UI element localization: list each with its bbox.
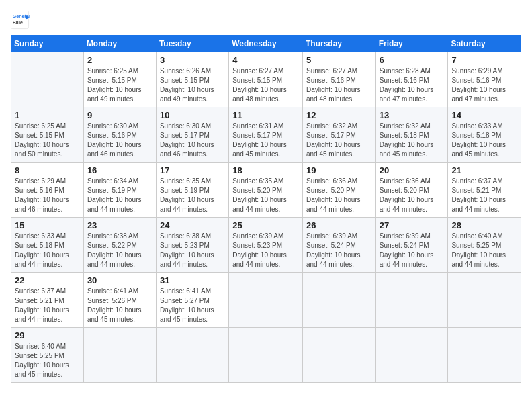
table-row: 1 Sunrise: 6:25 AMSunset: 5:15 PMDayligh… xyxy=(11,107,84,163)
table-row: 23 Sunrise: 6:38 AMSunset: 5:22 PMDaylig… xyxy=(83,218,156,273)
col-tuesday: Tuesday xyxy=(156,36,228,52)
page-container: General Blue Sunday Monday Tuesday Wedne… xyxy=(11,11,521,383)
day-info: Sunrise: 6:37 AMSunset: 5:21 PMDaylight:… xyxy=(15,287,69,323)
day-info: Sunrise: 6:32 AMSunset: 5:18 PMDaylight:… xyxy=(380,122,434,158)
day-info: Sunrise: 6:41 AMSunset: 5:27 PMDaylight:… xyxy=(160,287,214,323)
day-number: 17 xyxy=(160,165,225,175)
day-info: Sunrise: 6:27 AMSunset: 5:15 PMDaylight:… xyxy=(232,67,287,103)
day-number: 29 xyxy=(15,330,80,340)
day-number: 6 xyxy=(380,55,445,65)
table-row: 10 Sunrise: 6:30 AMSunset: 5:17 PMDaylig… xyxy=(156,107,228,163)
day-info: Sunrise: 6:36 AMSunset: 5:20 PMDaylight:… xyxy=(306,177,361,213)
day-number: 7 xyxy=(451,55,517,65)
day-info: Sunrise: 6:35 AMSunset: 5:19 PMDaylight:… xyxy=(160,177,214,213)
table-row: 29 Sunrise: 6:40 AMSunset: 5:25 PMDaylig… xyxy=(11,328,84,383)
day-number: 15 xyxy=(15,220,80,230)
table-row: 19 Sunrise: 6:36 AMSunset: 5:20 PMDaylig… xyxy=(302,163,375,218)
svg-text:Blue: Blue xyxy=(13,20,23,25)
day-info: Sunrise: 6:39 AMSunset: 5:24 PMDaylight:… xyxy=(306,232,361,268)
day-info: Sunrise: 6:30 AMSunset: 5:16 PMDaylight:… xyxy=(87,122,142,158)
day-info: Sunrise: 6:36 AMSunset: 5:20 PMDaylight:… xyxy=(380,177,434,213)
day-info: Sunrise: 6:29 AMSunset: 5:16 PMDaylight:… xyxy=(15,177,69,213)
col-thursday: Thursday xyxy=(302,36,375,52)
day-number: 25 xyxy=(232,220,299,230)
day-info: Sunrise: 6:32 AMSunset: 5:17 PMDaylight:… xyxy=(306,122,361,158)
table-row xyxy=(229,273,303,328)
day-number: 21 xyxy=(451,165,517,175)
day-number: 14 xyxy=(451,110,517,120)
table-row xyxy=(448,273,521,328)
table-row: 15 Sunrise: 6:33 AMSunset: 5:18 PMDaylig… xyxy=(11,218,84,273)
day-number: 9 xyxy=(87,110,152,120)
table-row: 18 Sunrise: 6:35 AMSunset: 5:20 PMDaylig… xyxy=(229,163,303,218)
day-number: 20 xyxy=(380,165,445,175)
day-info: Sunrise: 6:40 AMSunset: 5:25 PMDaylight:… xyxy=(451,232,506,268)
day-number: 19 xyxy=(306,165,372,175)
day-number: 13 xyxy=(380,110,445,120)
day-info: Sunrise: 6:33 AMSunset: 5:18 PMDaylight:… xyxy=(15,232,69,268)
day-number: 3 xyxy=(160,55,225,65)
day-number: 31 xyxy=(160,275,225,285)
day-info: Sunrise: 6:28 AMSunset: 5:16 PMDaylight:… xyxy=(380,67,434,103)
col-friday: Friday xyxy=(375,36,448,52)
table-row: 14 Sunrise: 6:33 AMSunset: 5:18 PMDaylig… xyxy=(448,107,521,163)
table-row xyxy=(229,328,303,383)
day-info: Sunrise: 6:25 AMSunset: 5:15 PMDaylight:… xyxy=(87,67,142,103)
table-row: 17 Sunrise: 6:35 AMSunset: 5:19 PMDaylig… xyxy=(156,163,228,218)
table-row: 20 Sunrise: 6:36 AMSunset: 5:20 PMDaylig… xyxy=(375,163,448,218)
table-row: 5 Sunrise: 6:27 AMSunset: 5:16 PMDayligh… xyxy=(302,52,375,107)
day-number: 12 xyxy=(306,110,372,120)
day-info: Sunrise: 6:29 AMSunset: 5:16 PMDaylight:… xyxy=(451,67,506,103)
day-number: 1 xyxy=(15,110,80,120)
table-row: 13 Sunrise: 6:32 AMSunset: 5:18 PMDaylig… xyxy=(375,107,448,163)
day-number: 23 xyxy=(87,220,152,230)
header: General Blue xyxy=(11,11,521,30)
calendar-table: Sunday Monday Tuesday Wednesday Thursday… xyxy=(11,35,521,383)
table-row: 7 Sunrise: 6:29 AMSunset: 5:16 PMDayligh… xyxy=(448,52,521,107)
calendar-week-row: 22 Sunrise: 6:37 AMSunset: 5:21 PMDaylig… xyxy=(11,273,521,328)
day-info: Sunrise: 6:38 AMSunset: 5:23 PMDaylight:… xyxy=(160,232,214,268)
day-info: Sunrise: 6:39 AMSunset: 5:23 PMDaylight:… xyxy=(232,232,287,268)
day-number: 26 xyxy=(306,220,372,230)
table-row: 8 Sunrise: 6:29 AMSunset: 5:16 PMDayligh… xyxy=(11,163,84,218)
col-monday: Monday xyxy=(83,36,156,52)
day-number: 4 xyxy=(232,55,299,65)
calendar-week-row: 1 Sunrise: 6:25 AMSunset: 5:15 PMDayligh… xyxy=(11,107,521,163)
table-row: 24 Sunrise: 6:38 AMSunset: 5:23 PMDaylig… xyxy=(156,218,228,273)
table-row xyxy=(11,52,84,107)
table-row xyxy=(302,328,375,383)
day-info: Sunrise: 6:25 AMSunset: 5:15 PMDaylight:… xyxy=(15,122,69,158)
day-number: 18 xyxy=(232,165,299,175)
day-info: Sunrise: 6:39 AMSunset: 5:24 PMDaylight:… xyxy=(380,232,434,268)
day-number: 16 xyxy=(87,165,152,175)
col-saturday: Saturday xyxy=(448,36,521,52)
day-info: Sunrise: 6:37 AMSunset: 5:21 PMDaylight:… xyxy=(451,177,506,213)
table-row: 2 Sunrise: 6:25 AMSunset: 5:15 PMDayligh… xyxy=(83,52,156,107)
table-row: 22 Sunrise: 6:37 AMSunset: 5:21 PMDaylig… xyxy=(11,273,84,328)
day-number: 22 xyxy=(15,275,80,285)
table-row: 21 Sunrise: 6:37 AMSunset: 5:21 PMDaylig… xyxy=(448,163,521,218)
table-row xyxy=(83,328,156,383)
table-row xyxy=(375,328,448,383)
day-info: Sunrise: 6:34 AMSunset: 5:19 PMDaylight:… xyxy=(87,177,142,213)
day-info: Sunrise: 6:38 AMSunset: 5:22 PMDaylight:… xyxy=(87,232,142,268)
day-number: 8 xyxy=(15,165,80,175)
table-row: 16 Sunrise: 6:34 AMSunset: 5:19 PMDaylig… xyxy=(83,163,156,218)
day-info: Sunrise: 6:30 AMSunset: 5:17 PMDaylight:… xyxy=(160,122,214,158)
day-info: Sunrise: 6:35 AMSunset: 5:20 PMDaylight:… xyxy=(232,177,287,213)
day-number: 28 xyxy=(451,220,517,230)
col-wednesday: Wednesday xyxy=(229,36,303,52)
logo-icon: General Blue xyxy=(11,11,30,30)
table-row: 3 Sunrise: 6:26 AMSunset: 5:15 PMDayligh… xyxy=(156,52,228,107)
table-row: 26 Sunrise: 6:39 AMSunset: 5:24 PMDaylig… xyxy=(302,218,375,273)
day-number: 11 xyxy=(232,110,299,120)
calendar-week-row: 8 Sunrise: 6:29 AMSunset: 5:16 PMDayligh… xyxy=(11,163,521,218)
day-number: 27 xyxy=(380,220,445,230)
table-row: 4 Sunrise: 6:27 AMSunset: 5:15 PMDayligh… xyxy=(229,52,303,107)
table-row xyxy=(375,273,448,328)
table-row: 27 Sunrise: 6:39 AMSunset: 5:24 PMDaylig… xyxy=(375,218,448,273)
day-info: Sunrise: 6:27 AMSunset: 5:16 PMDaylight:… xyxy=(306,67,361,103)
day-number: 24 xyxy=(160,220,225,230)
table-row: 30 Sunrise: 6:41 AMSunset: 5:26 PMDaylig… xyxy=(83,273,156,328)
calendar-week-row: 2 Sunrise: 6:25 AMSunset: 5:15 PMDayligh… xyxy=(11,52,521,107)
